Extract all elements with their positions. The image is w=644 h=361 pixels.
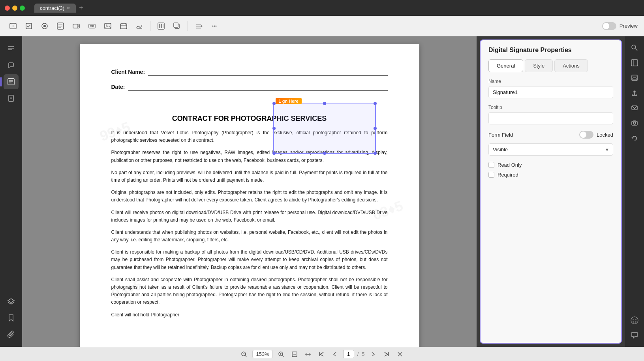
text-tool-button[interactable]: T [6,19,20,33]
signature-field-container[interactable]: 1 gn Here [273,103,376,154]
svg-rect-13 [105,23,111,29]
svg-point-58 [633,321,634,323]
duplicate-tool-button[interactable] [170,19,184,33]
tooltip-field-label: Tooltip [488,105,613,110]
image-tool-button[interactable] [101,19,115,33]
radio-tool-button[interactable] [38,19,51,33]
client-name-underline [148,68,387,76]
toolbar: T OK Preview [0,16,644,36]
far-email-icon[interactable] [628,101,641,115]
document-area[interactable]: 99♦5 03♦5 03♦5 Client Name: Date: [22,36,477,347]
current-page-input[interactable] [343,350,354,358]
preview-area: Preview [602,22,638,30]
tooltip-input[interactable] [488,112,613,124]
doc-para-5: Client will receive photos on digital do… [111,209,388,224]
ok-tool-button[interactable]: OK [85,19,99,33]
date-tool-button[interactable] [117,19,130,33]
svg-line-66 [282,355,284,357]
name-field-label: Name [488,79,613,84]
svg-text:OK: OK [90,25,94,28]
sidebar-item-bookmarks[interactable] [4,41,19,56]
zoom-in-button[interactable] [276,349,286,359]
checkbox-tool-button[interactable] [22,19,36,33]
combo-tool-button[interactable] [69,19,83,33]
tab-edit-icon[interactable]: ✏ [67,6,70,11]
svg-rect-9 [73,24,79,28]
read-only-label: Read Only [498,162,522,168]
close-button[interactable] [5,6,10,11]
sidebar-item-attach[interactable] [4,327,19,342]
locked-label: Locked [597,132,613,138]
required-checkbox[interactable] [488,172,494,178]
first-page-button[interactable] [316,349,327,359]
svg-point-32 [214,25,215,26]
add-tab-button[interactable]: + [79,4,83,12]
far-apps-icon[interactable] [628,314,641,327]
svg-rect-47 [631,60,638,66]
svg-point-4 [43,25,46,27]
read-only-row: Read Only [488,162,613,168]
svg-line-46 [635,49,637,51]
signature-field[interactable]: 1 gn Here [273,103,376,154]
far-share-icon[interactable] [628,86,641,100]
tab-style[interactable]: Style [525,59,553,72]
svg-point-45 [632,45,636,49]
main-area: 99♦5 03♦5 03♦5 Client Name: Date: [0,36,644,347]
sig-tool-button[interactable] [133,19,146,33]
maximize-button[interactable] [20,6,25,11]
doc-para-7: Client is responsible for making a backu… [111,248,388,271]
doc-para-6: Client understands that when publishing … [111,229,388,244]
more-tool-button[interactable] [208,19,221,33]
traffic-lights [5,6,25,11]
locked-toggle[interactable] [579,131,593,139]
svg-rect-51 [633,78,636,80]
svg-point-57 [635,319,636,320]
read-only-checkbox[interactable] [488,162,494,168]
prev-page-button[interactable] [330,349,340,359]
left-sidebar [0,36,22,347]
date-row: Date: [111,83,388,91]
far-camera-icon[interactable] [628,116,641,130]
name-input[interactable] [488,86,613,98]
panel-title: Digital Signature Properties [488,47,613,54]
far-search-icon[interactable] [628,41,641,55]
align-tool-button[interactable] [192,19,205,33]
form-field-label: Form Field [488,132,513,138]
last-page-button[interactable] [381,349,392,359]
far-panel-icon[interactable] [628,56,641,70]
minimize-button[interactable] [12,6,17,11]
fit-width-button[interactable] [303,349,313,359]
visible-select[interactable]: Visible Hidden No Print No View [488,143,613,156]
sidebar-item-forms[interactable] [4,74,19,89]
sidebar-item-annotations[interactable] [4,58,19,73]
list-tool-button[interactable] [54,19,67,33]
titlebar: contract(3) ✏ + [0,0,644,16]
far-save-icon[interactable] [628,71,641,85]
close-nav-button[interactable] [395,349,405,359]
svg-line-62 [245,355,246,357]
sidebar-item-layers[interactable] [4,294,19,309]
svg-point-54 [633,122,636,124]
svg-point-33 [216,25,217,26]
far-undo-icon[interactable] [628,131,641,145]
tab-actions[interactable]: Actions [554,59,588,72]
tab-general[interactable]: General [488,59,523,72]
bottom-bar: 153% / 5 [0,347,644,361]
active-tab[interactable]: contract(3) ✏ [34,4,76,13]
svg-point-56 [633,319,634,320]
zoom-level: 153% [252,350,272,358]
tab-bar: contract(3) ✏ + [34,4,83,13]
sidebar-item-pages[interactable] [4,91,19,106]
preview-toggle[interactable] [602,22,616,30]
zoom-out-button[interactable] [239,349,249,359]
tab-label: contract(3) [40,5,64,11]
svg-point-31 [212,25,214,26]
fit-page-button[interactable] [289,349,300,359]
panel-header: Digital Signature Properties General Sty… [481,40,621,72]
form-field-row: Form Field Locked [488,131,613,139]
sidebar-item-bookmark2[interactable] [4,310,19,325]
next-page-button[interactable] [368,349,378,359]
far-chat-icon[interactable] [628,329,641,342]
barcode-tool-button[interactable] [154,19,168,33]
document-page: 99♦5 03♦5 03♦5 Client Name: Date: [80,44,419,347]
